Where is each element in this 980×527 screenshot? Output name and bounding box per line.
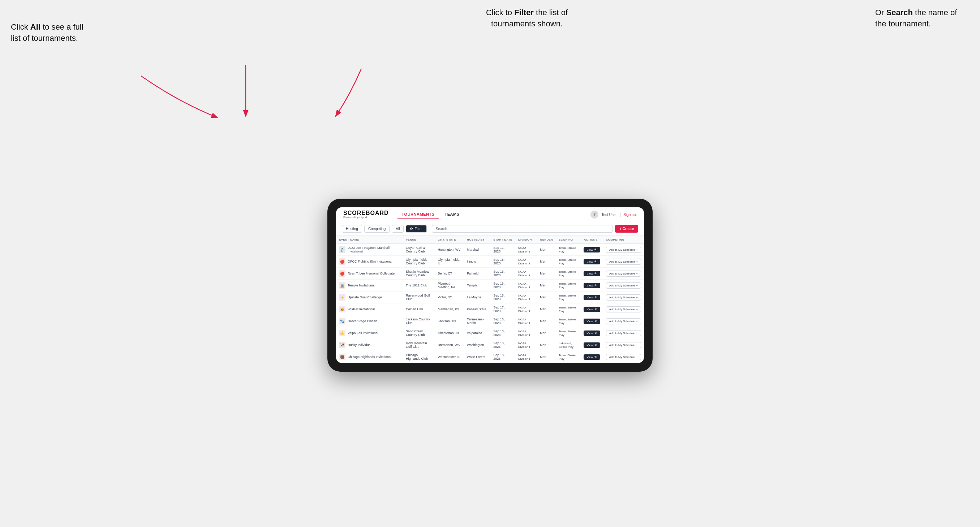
view-button-0[interactable]: View 👁 bbox=[584, 247, 600, 252]
table-row: ⚡ Upstate Dual Challenge Ravenwood Golf … bbox=[336, 292, 644, 303]
event-name-cell-3: 🏛️ Temple Invitational bbox=[336, 279, 403, 292]
col-scoring: SCORING bbox=[556, 236, 581, 244]
table-row: 🐻 Chicago Highlands Invitational Chicago… bbox=[336, 351, 644, 363]
start-date-cell-1: Sep 15, 2023 bbox=[490, 256, 515, 268]
signout-link[interactable]: Sign out bbox=[623, 213, 637, 217]
actions-cell-4: View 👁 bbox=[581, 292, 603, 303]
gender-cell-4: Men bbox=[537, 292, 556, 303]
logo-area: SCOREBOARD Powered by clippd bbox=[343, 210, 389, 219]
app-header: SCOREBOARD Powered by clippd TOURNAMENTS… bbox=[336, 207, 644, 222]
add-schedule-button-3[interactable]: Add to My Schedule + bbox=[606, 283, 641, 289]
add-schedule-button-0[interactable]: Add to My Schedule + bbox=[606, 247, 641, 253]
plus-icon-1: + bbox=[636, 260, 638, 264]
view-button-2[interactable]: View 👁 bbox=[584, 271, 600, 276]
start-date-cell-5: Sep 17, 2023 bbox=[490, 303, 515, 315]
city-state-cell-8: Bremerton, WA bbox=[435, 339, 465, 351]
create-button[interactable]: + Create bbox=[615, 225, 638, 233]
city-state-cell-5: Manhattan, KS bbox=[435, 303, 465, 315]
table-row: 🔴 Ryan T. Lee Memorial Collegiate Shuttl… bbox=[336, 268, 644, 279]
tournaments-table-wrap: EVENT NAME VENUE CITY, STATE HOSTED BY S… bbox=[336, 236, 644, 363]
add-schedule-button-2[interactable]: Add to My Schedule + bbox=[606, 271, 641, 277]
start-date-cell-8: Sep 18, 2023 bbox=[490, 339, 515, 351]
add-schedule-button-4[interactable]: Add to My Schedule + bbox=[606, 294, 641, 300]
add-schedule-button-6[interactable]: Add to My Schedule + bbox=[606, 318, 641, 324]
all-button[interactable]: All bbox=[392, 225, 404, 233]
view-label-5: View bbox=[587, 308, 593, 311]
city-state-cell-7: Chesterton, IN bbox=[435, 327, 465, 339]
venue-cell-2: Shuttle Meadow Country Club bbox=[403, 268, 435, 279]
add-schedule-label-2: Add to My Schedule bbox=[609, 272, 635, 275]
plus-icon-5: + bbox=[636, 308, 638, 311]
col-start-date: START DATE bbox=[490, 236, 515, 244]
venue-cell-3: The 1912 Club bbox=[403, 279, 435, 292]
view-button-8[interactable]: View 👁 bbox=[584, 343, 600, 348]
competing-button[interactable]: Competing bbox=[364, 225, 390, 233]
competing-cell-8: Add to My Schedule + bbox=[603, 339, 644, 351]
venue-cell-6: Jackson Country Club bbox=[403, 315, 435, 327]
add-schedule-button-8[interactable]: Add to My Schedule + bbox=[606, 342, 641, 348]
division-cell-1: NCAA Division I bbox=[515, 256, 537, 268]
add-schedule-button-1[interactable]: Add to My Schedule + bbox=[606, 259, 641, 265]
table-header: EVENT NAME VENUE CITY, STATE HOSTED BY S… bbox=[336, 236, 644, 244]
view-label-1: View bbox=[587, 260, 593, 264]
nav-tab-tournaments[interactable]: TOURNAMENTS bbox=[398, 211, 439, 219]
table-row: W Husky Individual Gold Mountain Golf Cl… bbox=[336, 339, 644, 351]
event-name-cell-8: W Husky Individual bbox=[336, 339, 403, 351]
actions-cell-3: View 👁 bbox=[581, 279, 603, 292]
scoring-cell-9: Team, Stroke Play bbox=[556, 351, 581, 363]
view-button-6[interactable]: View 👁 bbox=[584, 319, 600, 324]
view-label-2: View bbox=[587, 272, 593, 275]
venue-cell-5: Colbert Hills bbox=[403, 303, 435, 315]
gender-cell-7: Men bbox=[537, 327, 556, 339]
filter-bar: Hosting Competing All ⚙ Filter + Create bbox=[336, 222, 644, 236]
search-input[interactable] bbox=[432, 225, 613, 233]
tablet-screen: SCOREBOARD Powered by clippd TOURNAMENTS… bbox=[336, 207, 644, 363]
division-cell-8: NCAA Division I bbox=[515, 339, 537, 351]
view-button-1[interactable]: View 👁 bbox=[584, 259, 600, 264]
add-schedule-button-5[interactable]: Add to My Schedule + bbox=[606, 306, 641, 313]
view-button-7[interactable]: View 👁 bbox=[584, 330, 600, 336]
hosted-by-cell-1: Illinois bbox=[464, 256, 490, 268]
filter-button[interactable]: ⚙ Filter bbox=[406, 225, 426, 233]
event-name-cell-2: 🔴 Ryan T. Lee Memorial Collegiate bbox=[336, 268, 403, 279]
team-logo-8: W bbox=[339, 342, 345, 348]
view-button-3[interactable]: View 👁 bbox=[584, 283, 600, 288]
competing-cell-7: Add to My Schedule + bbox=[603, 327, 644, 339]
table-header-row: EVENT NAME VENUE CITY, STATE HOSTED BY S… bbox=[336, 236, 644, 244]
add-schedule-button-7[interactable]: Add to My Schedule + bbox=[606, 330, 641, 336]
competing-cell-5: Add to My Schedule + bbox=[603, 303, 644, 315]
nav-tab-teams[interactable]: TEAMS bbox=[440, 211, 464, 219]
division-cell-5: NCAA Division I bbox=[515, 303, 537, 315]
add-schedule-button-9[interactable]: Add to My Schedule + bbox=[606, 354, 641, 360]
team-logo-7: ⚜️ bbox=[339, 330, 345, 336]
view-button-5[interactable]: View 👁 bbox=[584, 307, 600, 312]
scoring-cell-7: Team, Stroke Play bbox=[556, 327, 581, 339]
col-event-name: EVENT NAME bbox=[336, 236, 403, 244]
plus-icon-9: + bbox=[636, 356, 638, 359]
gender-cell-3: Men bbox=[537, 279, 556, 292]
team-logo-6: 🐾 bbox=[339, 318, 345, 324]
table-body: 🏌️ 2023 Joe Feaganes Marshall Invitation… bbox=[336, 244, 644, 363]
actions-cell-5: View 👁 bbox=[581, 303, 603, 315]
actions-cell-6: View 👁 bbox=[581, 315, 603, 327]
competing-cell-6: Add to My Schedule + bbox=[603, 315, 644, 327]
competing-cell-3: Add to My Schedule + bbox=[603, 279, 644, 292]
city-state-cell-4: Victor, NY bbox=[435, 292, 465, 303]
start-date-cell-2: Sep 16, 2023 bbox=[490, 268, 515, 279]
table-row: 🐱 Wildcat Invitational Colbert Hills Man… bbox=[336, 303, 644, 315]
eye-icon-2: 👁 bbox=[595, 272, 597, 275]
view-button-4[interactable]: View 👁 bbox=[584, 295, 600, 300]
hosted-by-cell-0: Marshall bbox=[464, 244, 490, 256]
venue-cell-9: Chicago Highlands Club bbox=[403, 351, 435, 363]
annotation-text: Click All to see a full list of tourname… bbox=[11, 22, 83, 43]
hosting-button[interactable]: Hosting bbox=[342, 225, 362, 233]
view-label-3: View bbox=[587, 284, 593, 287]
scoring-cell-5: Team, Stroke Play bbox=[556, 303, 581, 315]
event-name-6: Grover Page Classic bbox=[348, 319, 378, 323]
plus-icon-3: + bbox=[636, 284, 638, 287]
start-date-cell-3: Sep 16, 2023 bbox=[490, 279, 515, 292]
col-division: DIVISION bbox=[515, 236, 537, 244]
city-state-cell-9: Westchester, IL bbox=[435, 351, 465, 363]
actions-cell-2: View 👁 bbox=[581, 268, 603, 279]
view-button-9[interactable]: View 👁 bbox=[584, 354, 600, 360]
